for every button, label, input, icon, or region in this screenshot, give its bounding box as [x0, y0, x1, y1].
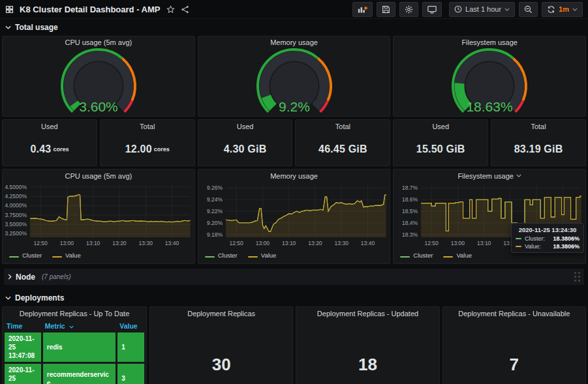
memory-usage-chart-plot[interactable]: 9.18%9.20%9.22%9.24%9.26%12:5013:0013:10…	[198, 182, 390, 250]
svg-text:13:40: 13:40	[165, 240, 179, 246]
row-label: Total usage	[15, 23, 58, 32]
filesystem-usage-chart-plot[interactable]: 18.3%18.4%18.5%18.6%18.7%12:5013:0013:10…	[394, 182, 585, 250]
legend-item-cluster[interactable]: Cluster	[9, 252, 42, 259]
gauge-panels-row: CPU usage (5m avg) 3.60% Memory usage 9.…	[2, 36, 586, 117]
row-drag-handle-icon[interactable]	[574, 272, 580, 282]
svg-text:18.3%: 18.3%	[402, 231, 418, 238]
row-header-total-usage[interactable]: Total usage	[2, 19, 586, 36]
row-header-node[interactable]: Node (7 panels)	[4, 269, 584, 285]
panel-title[interactable]: Deployment Replicas - Up To Date	[3, 307, 146, 319]
svg-text:9.22%: 9.22%	[207, 208, 223, 214]
panel-filesystem-usage-gauge: Filesystem usage 18.63%	[393, 36, 586, 117]
svg-text:13:30: 13:30	[139, 240, 153, 246]
cell-value: 1	[117, 332, 144, 362]
svg-text:18.7%: 18.7%	[402, 185, 418, 191]
zoom-out-time-button[interactable]	[519, 2, 538, 17]
panel-menu-chevron-icon	[516, 174, 521, 177]
panel-title[interactable]: Memory usage	[198, 37, 390, 48]
svg-text:12:50: 12:50	[34, 240, 48, 246]
refresh-interval-label: 1m	[559, 5, 569, 13]
dashboard-title[interactable]: K8 Cluster Detail Dashboard - AMP	[20, 5, 161, 14]
stat-value: 83.19 GiB	[514, 143, 563, 155]
svg-text:9.18%: 9.18%	[207, 231, 223, 238]
series-color-dash	[248, 256, 258, 258]
panel-memory-used-stat: Used 4.30 GiB	[198, 119, 293, 166]
svg-text:9.20%: 9.20%	[207, 220, 223, 226]
legend-item-value[interactable]: Value	[52, 252, 81, 259]
row-header-deployments[interactable]: Deployments	[2, 289, 586, 306]
panel-deployment-replicas-updated: Deployment Replicas - Updated 18	[296, 306, 439, 384]
filesystem-usage-gauge: 18.63%	[437, 48, 542, 116]
panel-memory-usage-graph: Memory usage 9.18%9.20%9.22%9.24%9.26%12…	[198, 169, 391, 264]
clock-icon	[454, 5, 462, 13]
legend-item-value[interactable]: Value	[443, 252, 472, 259]
save-dashboard-button[interactable]	[377, 2, 395, 17]
panel-filesystem-total-stat: Total 83.19 GiB	[491, 119, 586, 166]
svg-text:13:10: 13:10	[477, 240, 491, 246]
row-label: Node	[16, 273, 35, 282]
panel-title[interactable]: Total	[101, 120, 194, 132]
save-icon	[382, 5, 390, 14]
panel-title[interactable]: CPU usage (5m avg)	[3, 170, 194, 182]
timeseries-panels-row: CPU usage (5m avg) 3.2500%3.5000%3.7500%…	[2, 169, 586, 264]
legend-item-cluster[interactable]: Cluster	[205, 252, 238, 259]
series-color-dash	[9, 256, 19, 258]
panel-title[interactable]: Deployment Replicas	[150, 307, 292, 319]
row-label: Deployments	[15, 293, 64, 303]
legend-item-cluster[interactable]: Cluster	[400, 252, 433, 259]
time-range-picker[interactable]: Last 1 hour	[449, 2, 515, 17]
panel-title[interactable]: Deployment Replicas - Updated	[296, 307, 439, 319]
chart-legend[interactable]: ClusterValue	[198, 250, 390, 259]
cpu-usage-chart-plot[interactable]: 3.2500%3.5000%3.7500%4.0000%4.2500%4.500…	[3, 182, 194, 250]
panel-title[interactable]: Filesystem usage	[394, 170, 585, 182]
panel-title[interactable]: Used	[394, 120, 487, 132]
column-header-metric[interactable]: Metric	[43, 321, 116, 331]
gear-icon	[405, 5, 413, 14]
share-icon[interactable]	[181, 5, 189, 14]
zoom-out-icon	[524, 5, 533, 14]
panel-title[interactable]: Total	[491, 120, 585, 132]
memory-usage-gauge: 9.2%	[242, 48, 347, 116]
panel-title[interactable]: Used	[198, 120, 292, 132]
star-icon[interactable]	[166, 5, 175, 14]
tv-mode-button[interactable]	[422, 2, 442, 17]
panel-title[interactable]: CPU usage (5m avg)	[3, 37, 194, 48]
panel-cpu-total-stat: Total 12.00cores	[100, 119, 195, 166]
stat-value: 46.45 GiB	[318, 143, 367, 155]
panel-cpu-usage-gauge: CPU usage (5m avg) 3.60%	[2, 36, 195, 117]
stat-value: 4.30 GiB	[224, 143, 267, 155]
refresh-picker[interactable]: 1m	[542, 2, 583, 17]
add-panel-button[interactable]	[352, 2, 373, 17]
chevron-down-icon	[504, 8, 510, 11]
stat-value: 30	[212, 355, 231, 375]
chevron-right-icon	[8, 274, 12, 280]
column-header-value[interactable]: Value	[117, 321, 144, 331]
svg-text:13:00: 13:00	[255, 240, 270, 246]
panel-title[interactable]: Total	[296, 120, 390, 132]
panel-title[interactable]: Deployment Replicas - Unavailable	[443, 307, 585, 319]
svg-text:13:40: 13:40	[360, 240, 375, 246]
dashboards-grid-icon[interactable]	[5, 5, 14, 14]
svg-text:4.0000%: 4.0000%	[5, 202, 27, 209]
svg-text:12:50: 12:50	[229, 240, 243, 246]
svg-text:13:00: 13:00	[451, 240, 465, 246]
deployments-panels-row: Deployment Replicas - Up To Date Time Me…	[2, 306, 586, 384]
panel-title[interactable]: Memory usage	[198, 170, 390, 182]
panel-title[interactable]: Used	[3, 120, 97, 132]
cell-time: 2020-11-25 13:47:08	[5, 332, 41, 362]
svg-text:3.7500%: 3.7500%	[5, 212, 27, 218]
cell-time: 2020-11-25 13:47:08	[5, 364, 41, 384]
chart-legend[interactable]: ClusterValue	[3, 250, 194, 259]
grafana-dashboard: { "topbar": { "title": "K8 Cluster Detai…	[0, 0, 588, 384]
panel-title[interactable]: Filesystem usage	[394, 37, 585, 48]
svg-text:4.5000%: 4.5000%	[5, 184, 27, 190]
column-header-time[interactable]: Time	[5, 321, 41, 331]
legend-item-value[interactable]: Value	[248, 252, 277, 259]
stat-panels-row: Used 0.43cores Total 12.00cores Used 4.3…	[2, 119, 586, 166]
svg-text:3.60%: 3.60%	[79, 99, 118, 114]
chart-legend[interactable]: ClusterValue	[394, 250, 585, 259]
dashboard-settings-button[interactable]	[399, 2, 418, 17]
top-nav-bar: K8 Cluster Detail Dashboard - AMP Last 1…	[0, 0, 588, 19]
chevron-down-icon	[5, 296, 11, 300]
chevron-down-icon	[5, 25, 11, 29]
